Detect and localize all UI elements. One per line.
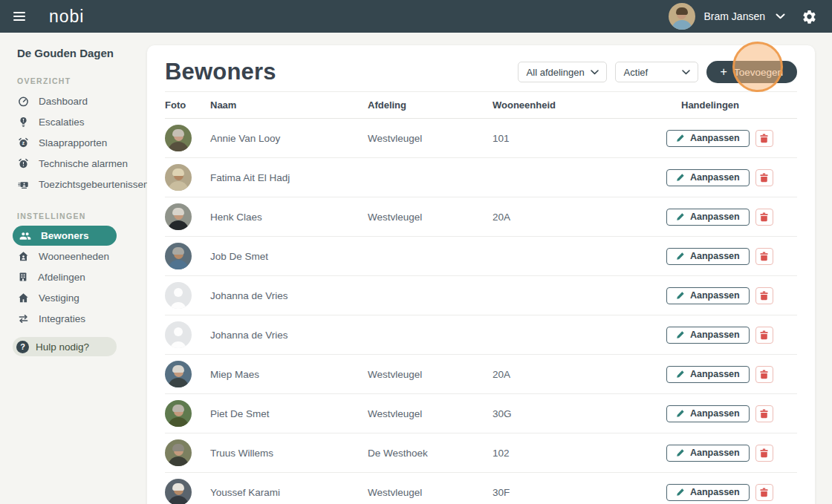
chevron-down-icon (591, 70, 599, 75)
table-row: Johanna de Vries Aanpassen (165, 276, 797, 315)
page-title: Bewoners (165, 59, 276, 85)
edit-button[interactable]: Aanpassen (666, 130, 750, 147)
sidebar-item-bewoners[interactable]: Bewoners (13, 226, 117, 246)
resident-photo (165, 479, 192, 504)
chevron-down-icon[interactable] (776, 13, 785, 19)
edit-button[interactable]: Aanpassen (666, 484, 750, 501)
pencil-icon (676, 252, 685, 261)
delete-button[interactable] (755, 327, 773, 344)
delete-button[interactable] (755, 287, 773, 304)
resident-afdeling: Westvleugel (368, 133, 493, 144)
resident-wooneenheid: 20A (493, 212, 666, 223)
trash-icon (759, 291, 769, 301)
app-logo: nobi (49, 7, 84, 27)
delete-button[interactable] (755, 484, 773, 501)
pencil-icon (676, 134, 685, 143)
pencil-icon (676, 173, 685, 182)
resident-photo (165, 321, 192, 348)
column-header-foto: Foto (165, 99, 210, 111)
table-row: Johanna de Vries Aanpassen (165, 315, 797, 355)
edit-button[interactable]: Aanpassen (666, 209, 750, 226)
resident-photo (165, 125, 192, 151)
sidebar-item-technische-alarmen[interactable]: Technische alarmen (0, 153, 147, 174)
edit-button[interactable]: Aanpassen (666, 287, 750, 304)
menu-icon[interactable] (13, 12, 27, 21)
resident-wooneenheid: 30G (493, 408, 666, 419)
column-header-afdeling: Afdeling (368, 99, 493, 111)
edit-button[interactable]: Aanpassen (666, 169, 750, 186)
sidebar-item-slaaprapporten[interactable]: z Slaaprapporten (0, 132, 147, 153)
resident-name: Johanna de Vries (210, 330, 368, 341)
trash-icon (759, 134, 769, 143)
status-filter-dropdown[interactable]: Actief (615, 62, 698, 82)
edit-button[interactable]: Aanpassen (666, 405, 750, 422)
resident-name: Truus Willems (210, 448, 368, 459)
resident-photo (165, 203, 192, 230)
help-button[interactable]: ? Hulp nodig? (13, 337, 117, 356)
resident-photo (165, 400, 192, 427)
pencil-icon (676, 291, 685, 300)
trash-icon (759, 488, 769, 497)
resident-wooneenheid: 30F (493, 487, 666, 498)
pencil-icon (676, 448, 685, 457)
bewoners-card: Bewoners All afdelingen Actief + Toevoeg… (147, 45, 815, 504)
sidebar-item-vestiging[interactable]: Vestiging (0, 287, 147, 308)
sidebar-item-dashboard[interactable]: Dashboard (0, 91, 147, 111)
trash-icon (759, 409, 769, 419)
table-body: Annie Van Looy Westvleugel 101 Aanpassen… (165, 119, 797, 504)
resident-name: Youssef Karami (210, 487, 368, 498)
user-avatar[interactable] (669, 3, 695, 30)
delete-button[interactable] (755, 445, 773, 462)
delete-button[interactable] (755, 130, 773, 147)
trash-icon (759, 448, 769, 458)
trash-icon (759, 330, 769, 340)
settings-gear-icon[interactable] (802, 9, 817, 24)
alert-bulb-icon (18, 117, 29, 128)
resident-wooneenheid: 20A (493, 369, 666, 380)
table-row: Youssef Karami Westvleugel 30F Aanpassen (165, 473, 797, 504)
building-icon (18, 272, 28, 282)
resident-afdeling: Westvleugel (368, 408, 493, 419)
pencil-icon (676, 488, 685, 497)
pencil-icon (676, 330, 685, 339)
edit-button[interactable]: Aanpassen (666, 366, 750, 383)
delete-button[interactable] (755, 248, 773, 265)
top-bar: nobi Bram Jansen (0, 0, 832, 33)
table-row: Annie Van Looy Westvleugel 101 Aanpassen (165, 119, 797, 158)
resident-afdeling: Westvleugel (368, 369, 493, 380)
edit-button[interactable]: Aanpassen (666, 445, 750, 462)
delete-button[interactable] (755, 405, 773, 422)
edit-button[interactable]: Aanpassen (666, 327, 750, 344)
table-row: Henk Claes Westvleugel 20A Aanpassen (165, 197, 797, 237)
delete-button[interactable] (755, 209, 773, 226)
resident-name: Job De Smet (210, 251, 368, 262)
resident-photo (165, 439, 192, 466)
add-resident-button[interactable]: + Toevoegen (706, 61, 797, 83)
sidebar-item-afdelingen[interactable]: Afdelingen (0, 266, 147, 287)
chevron-down-icon (682, 70, 690, 75)
home-person-icon (18, 251, 29, 262)
resident-name: Henk Claes (210, 212, 368, 223)
sidebar-item-integraties[interactable]: Integraties (0, 308, 147, 329)
afdeling-filter-dropdown[interactable]: All afdelingen (518, 62, 607, 82)
location-title: De Gouden Dagen (0, 33, 147, 59)
sync-arrows-icon (18, 313, 29, 324)
monitor-sensor-icon (18, 179, 29, 190)
resident-wooneenheid: 101 (493, 133, 666, 144)
sidebar-item-toezichtsgebeurtenissen[interactable]: Toezichtsgebeurtenissen (0, 174, 147, 194)
resident-photo (165, 164, 192, 191)
trash-icon (759, 370, 769, 379)
sidebar-item-escalaties[interactable]: Escalaties (0, 111, 147, 132)
pencil-icon (676, 212, 685, 221)
delete-button[interactable] (755, 366, 773, 383)
residents-people-icon (19, 230, 31, 242)
edit-button[interactable]: Aanpassen (666, 248, 750, 265)
resident-name: Annie Van Looy (210, 133, 368, 144)
technical-alarm-icon (18, 158, 29, 169)
table-row: Job De Smet Aanpassen (165, 237, 797, 276)
delete-button[interactable] (755, 169, 773, 186)
sidebar-item-wooneenheden[interactable]: Wooneenheden (0, 246, 147, 266)
table-row: Piet De Smet Westvleugel 30G Aanpassen (165, 394, 797, 433)
resident-wooneenheid: 102 (493, 448, 666, 459)
table-header: Foto Naam Afdeling Wooneenheid Handeling… (165, 91, 797, 119)
